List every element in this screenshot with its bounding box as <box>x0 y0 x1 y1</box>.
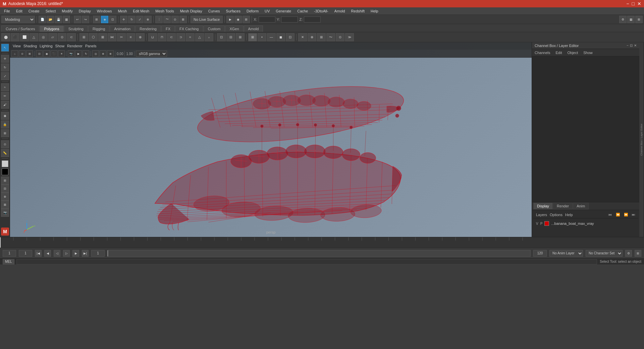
separate-btn[interactable]: ⊓ <box>158 33 166 41</box>
br-tab-display[interactable]: Display <box>533 203 553 209</box>
menu-arnold[interactable]: Arnold <box>332 8 348 14</box>
show-menu[interactable]: Show <box>55 44 65 48</box>
menu-uv[interactable]: UV <box>262 8 272 14</box>
uv-layout-btn[interactable]: ⊞ <box>236 33 245 41</box>
move-tool-btn[interactable]: ✛ <box>1 55 9 63</box>
menu-deform[interactable]: Deform <box>244 8 261 14</box>
show-hide-btn[interactable]: ◉ <box>1 112 9 120</box>
lock-btn[interactable]: 🔒 <box>1 120 9 129</box>
tab-fx-caching[interactable]: FX Caching <box>175 26 203 32</box>
target-weld-btn[interactable]: ⊙ <box>336 33 344 41</box>
menu-edit[interactable]: Edit <box>13 8 25 14</box>
ch-tab-edit[interactable]: Edit <box>555 51 562 55</box>
panels-menu[interactable]: Panels <box>85 44 97 48</box>
br-tab-render[interactable]: Render <box>553 203 573 209</box>
timeline-area[interactable] <box>0 237 644 248</box>
menu-file[interactable]: File <box>1 8 13 14</box>
rotate-tool[interactable]: ↻ <box>128 16 136 23</box>
tab-custom[interactable]: Custom <box>204 26 225 32</box>
workspace-dropdown[interactable]: Modeling <box>1 16 35 23</box>
tab-sculpting[interactable]: Sculpting <box>64 26 88 32</box>
vp-hud-btn[interactable]: ⊕ <box>107 50 114 57</box>
relax-btn[interactable]: 〜 <box>326 33 335 41</box>
smooth-btn[interactable]: ≈ <box>186 33 195 41</box>
sphere-icon-btn[interactable]: ⬤ <box>1 33 10 41</box>
ch-tab-channels[interactable]: Channels <box>535 51 550 55</box>
grid-toggle-btn[interactable]: ⊞ <box>1 177 9 185</box>
ch-minimize-btn[interactable]: − <box>627 44 629 47</box>
title-bar-controls[interactable]: − □ ✕ <box>626 1 641 6</box>
poly-subdivide[interactable]: ⊕ <box>136 33 145 41</box>
vp-snap-btn[interactable]: ⊙ <box>19 50 25 57</box>
render-current[interactable]: ▶ <box>226 16 234 23</box>
timeline-canvas[interactable] <box>0 237 533 248</box>
vp-home-btn[interactable]: ⌂ <box>11 50 18 57</box>
minimize-button[interactable]: − <box>626 1 629 6</box>
boolean-btn[interactable]: ⊂ <box>167 33 176 41</box>
restore-button[interactable]: □ <box>632 1 635 6</box>
paint-btn[interactable]: 🖌 <box>1 101 9 109</box>
lasso-select[interactable]: ⊡ <box>109 16 116 23</box>
menu-mesh[interactable]: Mesh <box>115 8 129 14</box>
renderer-menu[interactable]: Renderer <box>67 44 83 48</box>
step-forward-btn[interactable]: ▶ <box>72 250 79 257</box>
slide-edge-btn[interactable]: ≫ <box>345 33 354 41</box>
vp-grid-btn[interactable]: ⊞ <box>26 50 33 57</box>
save-file-button[interactable]: 💾 <box>55 16 62 23</box>
soft-mod-btn[interactable]: ≈ <box>1 83 9 91</box>
layer-end-btn[interactable]: ⏭ <box>632 213 635 217</box>
mel-label[interactable]: MEL <box>3 259 14 264</box>
poly-extrude[interactable]: ⊞ <box>79 33 88 41</box>
select-edge-mode[interactable]: — <box>267 33 276 41</box>
pipe-icon-btn[interactable]: ⊂ <box>67 33 76 41</box>
scale-tool[interactable]: ⤢ <box>136 16 144 23</box>
vp-lights-btn[interactable]: ☀ <box>58 50 65 57</box>
select-tool-btn[interactable]: ↖ <box>1 44 9 52</box>
select-obj-mode[interactable]: ⊠ <box>248 33 257 41</box>
menu-mesh-tools[interactable]: Mesh Tools <box>153 8 176 14</box>
menu-edit-mesh[interactable]: Edit Mesh <box>130 8 152 14</box>
preferences-btn[interactable]: ⊞ <box>635 250 641 257</box>
layer-tab-help[interactable]: Help <box>565 213 573 217</box>
snap-grid[interactable]: ⋮ <box>155 16 163 23</box>
menu-3dtoall[interactable]: -3DtoAll- <box>311 8 331 14</box>
menu-curves[interactable]: Curves <box>206 8 223 14</box>
cube-icon-btn[interactable]: ⬛ <box>11 33 19 41</box>
close-button[interactable]: ✕ <box>637 1 641 6</box>
menu-help[interactable]: Help <box>368 8 381 14</box>
tab-xgen[interactable]: XGen <box>225 26 243 32</box>
poly-bevel[interactable]: ⬡ <box>89 33 98 41</box>
group-btn[interactable]: ⊞ <box>1 129 9 137</box>
char-set-select[interactable]: No Character Set <box>586 250 623 257</box>
menu-windows[interactable]: Windows <box>94 8 115 14</box>
mirror-btn[interactable]: ⊃ <box>176 33 185 41</box>
layer-row-1[interactable]: V P ...banana_boat_max_vray <box>535 220 637 227</box>
rotate-tool-btn[interactable]: ↻ <box>1 63 9 71</box>
range-start-input[interactable] <box>91 250 105 257</box>
no-live-surface-button[interactable]: No Live Surface <box>191 16 223 23</box>
go-to-start-btn[interactable]: |◀ <box>35 250 42 257</box>
command-line-input[interactable] <box>16 259 597 264</box>
cylinder-icon-btn[interactable]: ⬜ <box>20 33 29 41</box>
select-vert-mode[interactable]: • <box>258 33 266 41</box>
vp-camera-btn[interactable]: 📷 <box>68 50 74 57</box>
tab-rendering[interactable]: Rendering <box>135 26 161 32</box>
layer-color-swatch[interactable] <box>544 221 549 226</box>
channel-box-scrollbar-label[interactable]: Channel Box / Layer Editor <box>639 42 644 237</box>
measure-btn[interactable]: 📏 <box>1 149 9 157</box>
redo-button[interactable]: ↪ <box>82 16 89 23</box>
layer-p-label[interactable]: P <box>540 222 543 226</box>
x-input[interactable] <box>259 16 275 22</box>
poly-bridge[interactable]: ⊠ <box>98 33 107 41</box>
undo-button[interactable]: ↩ <box>74 16 81 23</box>
layer-tab-layers[interactable]: Layers <box>536 213 547 217</box>
layer-tab-options[interactable]: Options <box>550 213 562 217</box>
quad-draw-btn[interactable]: ⊞ <box>317 33 326 41</box>
select-tool[interactable]: ◈ <box>101 16 108 23</box>
triangulate-btn[interactable]: △ <box>195 33 204 41</box>
open-file-button[interactable]: 📂 <box>47 16 54 23</box>
br-tab-anim[interactable]: Anim <box>573 203 589 209</box>
disk-icon-btn[interactable]: ⊙ <box>58 33 66 41</box>
combine-btn[interactable]: ⊔ <box>148 33 157 41</box>
scale-tool-btn[interactable]: ⤢ <box>1 72 9 80</box>
